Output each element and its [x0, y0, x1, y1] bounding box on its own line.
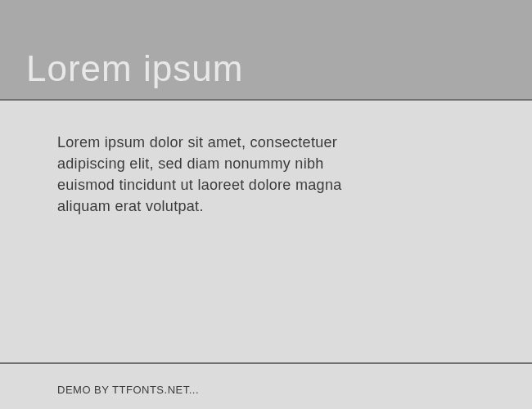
body-text: Lorem ipsum dolor sit amet, consectetuer…	[57, 132, 385, 217]
content-area: Lorem ipsum dolor sit amet, consectetuer…	[0, 101, 532, 362]
page-title: Lorem ipsum	[26, 48, 243, 89]
footer: DEMO BY TTFONTS.NET...	[0, 362, 532, 409]
footer-text: DEMO BY TTFONTS.NET...	[57, 384, 475, 396]
header: Lorem ipsum	[0, 0, 532, 101]
